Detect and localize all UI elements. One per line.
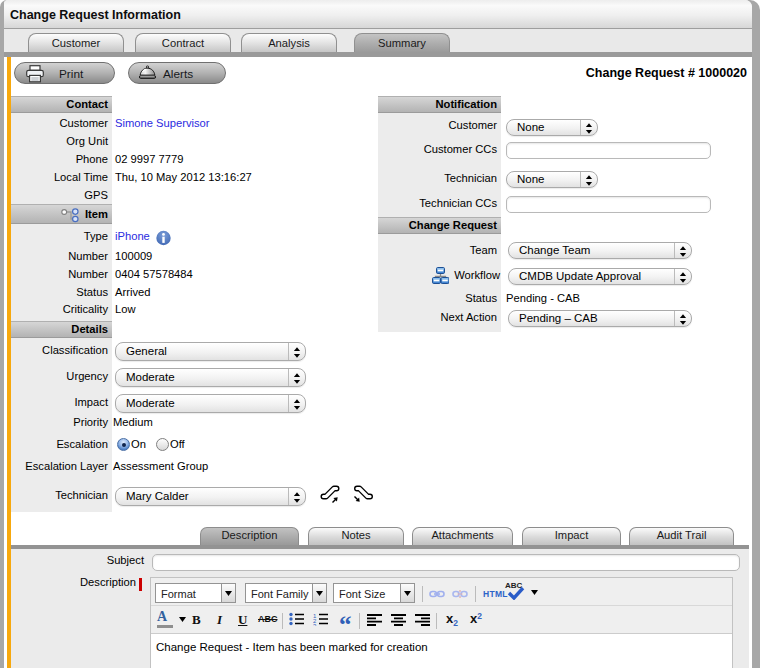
svg-text:3: 3 — [313, 623, 317, 627]
